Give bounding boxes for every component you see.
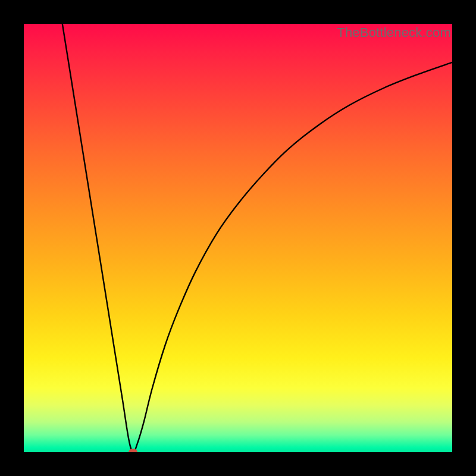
plot-area	[24, 24, 452, 452]
curve-svg	[24, 24, 452, 452]
bottleneck-curve	[62, 24, 452, 452]
watermark-text: TheBottleneck.com	[337, 25, 451, 40]
chart-frame: TheBottleneck.com	[0, 0, 476, 476]
optimal-marker	[129, 449, 137, 452]
